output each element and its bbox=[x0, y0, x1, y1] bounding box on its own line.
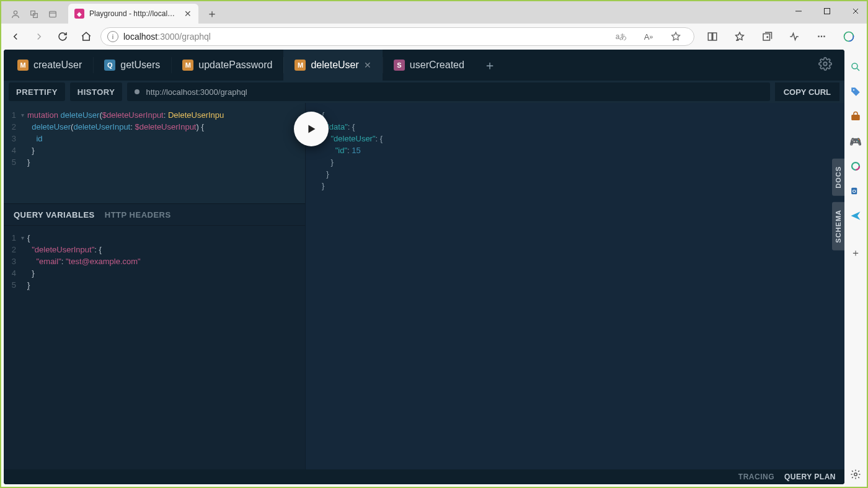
playground-tab-createUser[interactable]: McreateUser bbox=[6, 50, 93, 81]
collections-icon[interactable] bbox=[758, 27, 776, 46]
operation-badge-icon: M bbox=[17, 60, 29, 71]
query-plan-tab[interactable]: QUERY PLAN bbox=[784, 472, 836, 481]
playground-tab-deleteUser[interactable]: MdeleteUser✕ bbox=[283, 50, 382, 81]
playground-tab-updatePassword[interactable]: MupdatePassword bbox=[171, 50, 283, 81]
read-aloud-icon[interactable]: A» bbox=[639, 27, 658, 46]
right-side-tabs: DOCS SCHEMA bbox=[832, 159, 844, 250]
add-sidebar-icon[interactable]: ＋ bbox=[849, 247, 862, 259]
svg-rect-5 bbox=[708, 33, 712, 40]
playground-settings-icon[interactable] bbox=[808, 57, 842, 74]
schema-tab[interactable]: SCHEMA bbox=[832, 202, 844, 251]
split-screen-icon[interactable] bbox=[703, 27, 722, 46]
settings-gear-icon[interactable] bbox=[849, 468, 862, 481]
playground-toolbar: PRETTIFY HISTORY http://localhost:3000/g… bbox=[4, 81, 844, 103]
new-tab-button[interactable]: ＋ bbox=[203, 5, 221, 22]
endpoint-input[interactable]: http://localhost:3000/graphql bbox=[127, 82, 769, 101]
variables-editor[interactable]: 1▾{ 2 "deleteUserInput": { 3 "email": "t… bbox=[4, 226, 305, 469]
menu-icon[interactable]: ··· bbox=[812, 27, 831, 46]
refresh-button[interactable] bbox=[53, 27, 72, 46]
close-window-button[interactable] bbox=[847, 4, 864, 19]
svg-point-11 bbox=[852, 63, 857, 69]
response-pane[interactable]: ▾{ ▾ "data": { "deleteUser": { "id": 15 … bbox=[305, 103, 844, 469]
endpoint-status-icon bbox=[135, 89, 140, 94]
tab-close-icon[interactable]: ✕ bbox=[184, 9, 192, 19]
browser-tab-title: Playground - http://localhost:300 bbox=[89, 9, 179, 18]
browser-tab-active[interactable]: ◆ Playground - http://localhost:300 ✕ bbox=[68, 4, 198, 24]
workspaces-icon[interactable] bbox=[29, 9, 40, 20]
svg-rect-13 bbox=[851, 115, 860, 120]
operation-badge-icon: S bbox=[394, 60, 405, 71]
graphql-playground-app: McreateUserQgetUsersMupdatePasswordMdele… bbox=[4, 50, 844, 484]
playground-tab-label: getUsers bbox=[120, 60, 160, 71]
translate-icon[interactable]: aあ bbox=[612, 27, 631, 46]
tracing-tab[interactable]: TRACING bbox=[738, 472, 774, 481]
window-controls bbox=[790, 4, 864, 19]
playground-footer: TRACING QUERY PLAN bbox=[4, 469, 844, 484]
minimize-button[interactable] bbox=[790, 4, 807, 19]
playground-tab-label: deleteUser bbox=[311, 60, 358, 71]
history-button[interactable]: HISTORY bbox=[70, 82, 123, 101]
favorite-icon[interactable] bbox=[666, 27, 685, 46]
operation-badge-icon: M bbox=[294, 60, 306, 71]
query-variables-tab[interactable]: QUERY VARIABLES bbox=[14, 210, 95, 220]
http-headers-tab[interactable]: HTTP HEADERS bbox=[105, 210, 171, 220]
games-icon[interactable]: 🎮 bbox=[849, 135, 862, 148]
url-text: localhost:3000/graphql bbox=[123, 32, 211, 42]
plus-icon: ＋ bbox=[484, 57, 496, 74]
svg-point-12 bbox=[853, 89, 854, 91]
performance-icon[interactable] bbox=[785, 27, 804, 46]
svg-rect-3 bbox=[50, 11, 56, 17]
operation-badge-icon: Q bbox=[104, 60, 115, 71]
svg-point-10 bbox=[823, 62, 827, 66]
playground-tab-userCreated[interactable]: SuserCreated bbox=[383, 50, 476, 81]
profile-icon[interactable] bbox=[10, 9, 21, 20]
playground-tab-bar: McreateUserQgetUsersMupdatePasswordMdele… bbox=[4, 50, 844, 81]
browser-toolbar: i localhost:3000/graphql aあ A» ··· bbox=[1, 24, 867, 50]
forward-button bbox=[30, 27, 48, 46]
query-editor[interactable]: 1▾mutation deleteUser($deleteUserInput: … bbox=[4, 103, 305, 203]
endpoint-url: http://localhost:3000/graphql bbox=[146, 87, 247, 97]
home-button[interactable] bbox=[77, 27, 95, 46]
copy-curl-button[interactable]: COPY CURL bbox=[775, 82, 839, 101]
search-icon[interactable] bbox=[849, 61, 862, 73]
browser-titlebar: ◆ Playground - http://localhost:300 ✕ ＋ bbox=[1, 1, 867, 24]
edge-sidebar: 🎮 O ＋ bbox=[844, 50, 867, 487]
playground-new-tab-button[interactable]: ＋ bbox=[476, 57, 504, 74]
svg-rect-6 bbox=[713, 33, 717, 40]
back-button[interactable] bbox=[6, 27, 25, 46]
tools-icon[interactable] bbox=[849, 110, 862, 123]
favorites-list-icon[interactable] bbox=[730, 27, 749, 46]
svg-text:O: O bbox=[852, 189, 856, 194]
tab-actions-icon[interactable] bbox=[47, 9, 58, 20]
prettify-button[interactable]: PRETTIFY bbox=[9, 82, 65, 101]
address-bar[interactable]: i localhost:3000/graphql aあ A» bbox=[100, 27, 694, 46]
office-icon[interactable] bbox=[849, 160, 862, 172]
svg-rect-4 bbox=[825, 9, 830, 14]
outlook-icon[interactable]: O bbox=[849, 185, 862, 197]
profile-cluster bbox=[4, 9, 64, 24]
playground-tab-label: updatePassword bbox=[198, 60, 272, 71]
svg-point-0 bbox=[14, 11, 17, 14]
operation-badge-icon: M bbox=[182, 60, 193, 71]
playground-tab-getUsers[interactable]: QgetUsers bbox=[93, 50, 171, 81]
svg-point-18 bbox=[854, 473, 857, 476]
favicon-icon: ◆ bbox=[74, 9, 84, 19]
close-tab-icon[interactable]: ✕ bbox=[364, 60, 371, 70]
copilot-icon[interactable] bbox=[839, 27, 858, 46]
site-info-icon[interactable]: i bbox=[107, 31, 118, 42]
execute-button[interactable] bbox=[294, 112, 329, 146]
playground-tab-label: createUser bbox=[33, 60, 82, 71]
playground-tab-label: userCreated bbox=[410, 60, 464, 71]
vars-header: QUERY VARIABLES HTTP HEADERS bbox=[4, 203, 305, 226]
docs-tab[interactable]: DOCS bbox=[832, 159, 844, 196]
maximize-button[interactable] bbox=[818, 4, 836, 19]
shopping-tag-icon[interactable] bbox=[849, 86, 862, 98]
send-icon[interactable] bbox=[849, 210, 862, 222]
